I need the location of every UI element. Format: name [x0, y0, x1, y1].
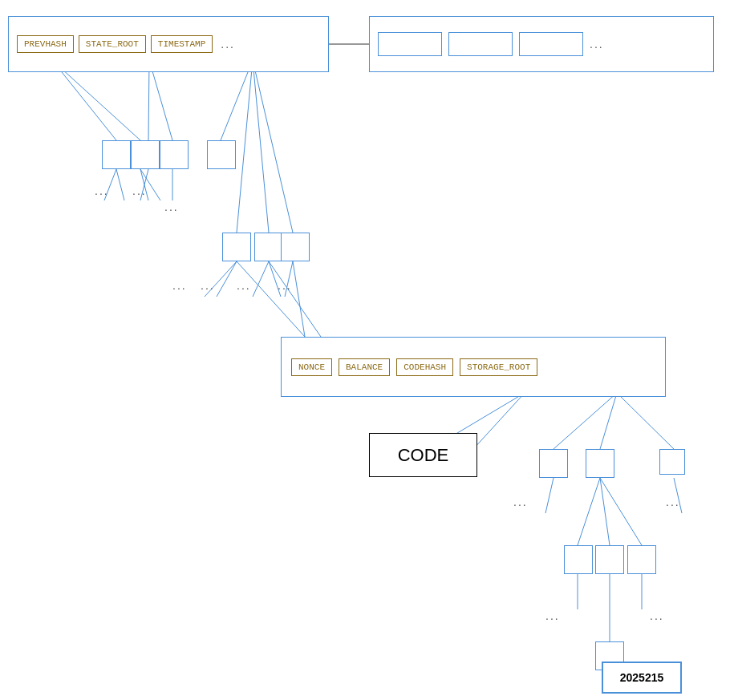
state-root-field: STATE_ROOT	[79, 35, 146, 53]
right-field-1	[378, 32, 442, 56]
svg-line-24	[554, 393, 617, 449]
top-block-dots: ...	[221, 38, 235, 51]
trie-node-l1-3	[160, 140, 189, 169]
dots-l2-3: ...	[237, 279, 251, 292]
storage-root-field: STORAGE_ROOT	[460, 358, 537, 376]
trie-node-l2-2	[254, 233, 283, 261]
dots-l1-3: ...	[164, 200, 179, 213]
dots-storage-l2-1: ...	[545, 609, 560, 622]
dots-l2-1: ...	[172, 279, 187, 292]
svg-line-18	[217, 261, 237, 297]
trie-node-l1-4	[207, 140, 236, 169]
svg-line-9	[116, 169, 124, 200]
dots-storage-l2-2: ...	[650, 609, 664, 622]
trie-node-l2-3	[281, 233, 310, 261]
svg-line-7	[253, 60, 293, 233]
svg-line-15	[269, 261, 321, 337]
storage-node-l1-3	[659, 449, 685, 475]
top-block-header: PREVHASH STATE_ROOT TIMESTAMP ...	[8, 16, 329, 72]
svg-line-30	[600, 478, 642, 545]
svg-line-26	[617, 393, 674, 449]
right-header-block: ...	[369, 16, 714, 72]
right-field-2	[448, 32, 513, 56]
dots-l1-1: ...	[95, 184, 109, 197]
svg-line-22	[473, 393, 525, 449]
svg-line-17	[293, 261, 305, 337]
account-state-box: NONCE BALANCE CODEHASH STORAGE_ROOT	[281, 337, 666, 397]
dots-l2-2: ...	[201, 279, 215, 292]
timestamp-field: TIMESTAMP	[151, 35, 213, 53]
dots-storage-l1-2: ...	[666, 496, 680, 508]
value-node: 2025215	[602, 662, 682, 694]
right-field-3	[519, 32, 583, 56]
storage-node-l2-2	[595, 545, 624, 574]
svg-line-5	[237, 60, 253, 233]
svg-line-1	[52, 60, 140, 140]
svg-line-4	[221, 60, 253, 140]
svg-line-0	[52, 60, 116, 140]
balance-field: BALANCE	[339, 358, 390, 376]
svg-line-29	[600, 478, 610, 545]
svg-line-20	[253, 261, 269, 297]
right-header-dots: ...	[590, 38, 604, 51]
svg-line-27	[545, 478, 554, 513]
storage-node-l1-2	[586, 449, 614, 478]
dots-storage-l1-1: ...	[513, 496, 528, 508]
svg-line-2	[148, 60, 149, 140]
storage-node-l1-1	[539, 449, 568, 478]
nonce-field: NONCE	[291, 358, 332, 376]
trie-node-l1-2	[131, 140, 160, 169]
trie-node-l2-1	[222, 233, 251, 261]
code-box: CODE	[369, 433, 477, 477]
codehash-field: CODEHASH	[396, 358, 453, 376]
svg-line-3	[149, 60, 172, 140]
svg-line-14	[237, 261, 305, 337]
svg-line-25	[600, 393, 617, 449]
trie-node-l1-1	[102, 140, 131, 169]
dots-l2-4: ...	[278, 279, 292, 292]
dots-l1-2: ...	[132, 184, 147, 197]
svg-line-6	[253, 60, 269, 233]
prevhash-field: PREVHASH	[17, 35, 74, 53]
storage-node-l2-3	[627, 545, 656, 574]
storage-node-l2-1	[564, 545, 593, 574]
svg-line-28	[578, 478, 600, 545]
